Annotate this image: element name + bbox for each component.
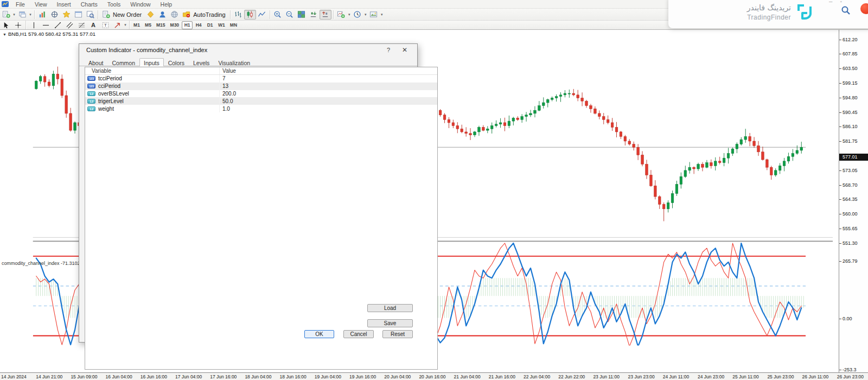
menu-charts[interactable]: Charts xyxy=(76,1,103,8)
reset-button[interactable]: Reset xyxy=(382,330,413,338)
trendline-button[interactable] xyxy=(52,20,63,30)
time-axis-label: 20 Jun 04:00 xyxy=(384,374,411,379)
profiles-caret[interactable]: ▾ xyxy=(28,12,33,17)
menu-insert[interactable]: Insert xyxy=(52,1,76,8)
indicators-caret[interactable]: ▾ xyxy=(347,12,352,17)
zoom-in-button[interactable] xyxy=(272,10,284,20)
ok-button[interactable]: OK xyxy=(304,330,334,338)
indicators-list-button[interactable] xyxy=(335,10,347,20)
timeframe-m30[interactable]: M30 xyxy=(168,21,182,29)
menu-file[interactable]: File xyxy=(11,1,30,8)
symbol-info[interactable]: ▼BNB,H1 579.40 580.42 575.31 577.01 xyxy=(3,31,95,37)
value-cell[interactable]: 200.0 xyxy=(220,91,437,97)
table-row-overBSLevel[interactable]: 1.2overBSLevel200.0 xyxy=(85,90,437,98)
autotrading-label[interactable]: AutoTrading xyxy=(192,11,228,18)
chart-shift-button[interactable] xyxy=(320,10,331,20)
table-row-cciPeriod[interactable]: 123cciPeriod13 xyxy=(85,83,437,90)
window-controls[interactable]: ─ ▫ xyxy=(829,0,845,4)
double-type-icon: 1.2 xyxy=(87,99,95,104)
candlestick-mode-button[interactable] xyxy=(244,10,256,20)
tab-levels[interactable]: Levels xyxy=(189,58,214,66)
tile-windows-button[interactable] xyxy=(296,10,308,20)
dialog-close-button[interactable]: ✕ xyxy=(397,46,413,54)
periods-clock-button[interactable] xyxy=(352,10,363,20)
new-chart-caret[interactable]: ▾ xyxy=(12,12,16,17)
time-axis[interactable]: 14 Jun 202414 Jun 21:0015 Jun 09:0016 Ju… xyxy=(0,372,868,380)
table-row-weight[interactable]: 1.2weight1.0 xyxy=(85,105,437,112)
timeframe-m5[interactable]: M5 xyxy=(143,21,154,29)
timeframe-h1[interactable]: H1 xyxy=(182,21,193,29)
bar-chart-mode-button[interactable] xyxy=(232,10,244,20)
value-cell[interactable]: 7 xyxy=(220,75,437,81)
arrows-tool-button[interactable] xyxy=(111,20,123,30)
timeframe-d1[interactable]: D1 xyxy=(205,21,215,29)
dialog-titlebar[interactable]: Custom Indicator - commodity_channel_ind… xyxy=(79,44,417,56)
timeframe-h4[interactable]: H4 xyxy=(193,21,204,29)
dialog-help-button[interactable]: ? xyxy=(380,47,397,53)
load-button[interactable]: Load xyxy=(367,304,413,312)
text-label-button[interactable]: T xyxy=(99,20,111,30)
crosshair-button[interactable] xyxy=(12,20,24,30)
menu-help[interactable]: Help xyxy=(156,1,177,8)
value-cell[interactable]: 13 xyxy=(220,83,437,89)
tab-about[interactable]: About xyxy=(84,58,107,66)
price-axis-label: 581.75 xyxy=(843,138,858,144)
variable-name: trigerLevel xyxy=(98,98,124,104)
mql5-community-button[interactable] xyxy=(156,10,168,20)
new-order-button[interactable] xyxy=(100,10,112,20)
autotrading-icon[interactable] xyxy=(180,10,192,20)
tab-inputs[interactable]: Inputs xyxy=(139,58,164,66)
tab-colors[interactable]: Colors xyxy=(164,58,189,66)
new-order-label[interactable]: New Order xyxy=(112,11,144,18)
text-tool-button[interactable]: A xyxy=(87,20,99,30)
zoom-out-button[interactable] xyxy=(284,10,296,20)
channel-button[interactable] xyxy=(63,20,75,30)
price-axis[interactable]: 612.20607.85603.50599.15594.80590.45586.… xyxy=(839,30,868,372)
svg-text:T: T xyxy=(104,23,107,28)
menu-tools[interactable]: Tools xyxy=(103,1,126,8)
metaeditor-button[interactable] xyxy=(144,10,156,20)
web-globe-button[interactable] xyxy=(168,10,180,20)
auto-scroll-button[interactable] xyxy=(308,10,320,20)
cancel-button[interactable]: Cancel xyxy=(343,330,374,338)
terminal-button[interactable] xyxy=(72,10,84,20)
arrows-caret[interactable]: ▾ xyxy=(123,23,127,27)
fibonacci-button[interactable] xyxy=(75,20,87,30)
save-button[interactable]: Save xyxy=(367,319,413,327)
value-cell[interactable]: 1.0 xyxy=(220,106,437,112)
timeframe-w1[interactable]: W1 xyxy=(216,21,227,29)
vertical-line-button[interactable] xyxy=(28,20,40,30)
tab-common[interactable]: Common xyxy=(107,58,139,66)
market-watch-button[interactable] xyxy=(36,10,48,20)
variable-name: cciPeriod xyxy=(98,83,120,89)
strategy-tester-button[interactable] xyxy=(84,10,96,20)
cursor-button[interactable] xyxy=(0,20,12,30)
table-row-trigerLevel[interactable]: 1.2trigerLevel50.0 xyxy=(85,97,437,105)
new-chart-button[interactable] xyxy=(0,10,12,20)
periods-caret[interactable]: ▾ xyxy=(363,12,368,17)
timeframes-toolbar: M1M5M15M30H1H4D1W1MN xyxy=(131,21,239,29)
line-chart-mode-button[interactable] xyxy=(256,10,268,20)
templates-button[interactable] xyxy=(368,10,380,20)
table-row-tcciPeriod[interactable]: 123tcciPeriod7 xyxy=(85,75,437,83)
value-cell[interactable]: 50.0 xyxy=(220,98,437,104)
symbol-dropdown-icon[interactable]: ▼ xyxy=(3,33,7,36)
time-axis-label: 16 Jun 04:00 xyxy=(106,374,132,379)
timeframe-mn[interactable]: MN xyxy=(228,21,239,29)
menu-window[interactable]: Window xyxy=(125,1,155,8)
navigator-button[interactable] xyxy=(60,10,72,20)
tab-visualization[interactable]: Visualization xyxy=(214,58,254,66)
menu-view[interactable]: View xyxy=(30,1,52,8)
horizontal-line-button[interactable] xyxy=(40,20,52,30)
search-icon[interactable] xyxy=(841,5,851,15)
templates-caret[interactable]: ▾ xyxy=(380,12,384,17)
indicator-window-label[interactable]: commodity_channel_index -71.3102 -1 xyxy=(2,261,86,266)
symbol-ohlc-text: BNB,H1 579.40 580.42 575.31 577.01 xyxy=(8,31,95,37)
time-axis-label: 21 Jun 04:00 xyxy=(454,374,481,379)
timeframe-m1[interactable]: M1 xyxy=(131,21,142,29)
notification-badge-icon[interactable] xyxy=(860,3,868,14)
timeframe-m15[interactable]: M15 xyxy=(154,21,168,29)
brand-name-english: TradingFinder xyxy=(747,14,791,21)
data-window-button[interactable] xyxy=(48,10,60,20)
profiles-button[interactable] xyxy=(16,10,28,20)
